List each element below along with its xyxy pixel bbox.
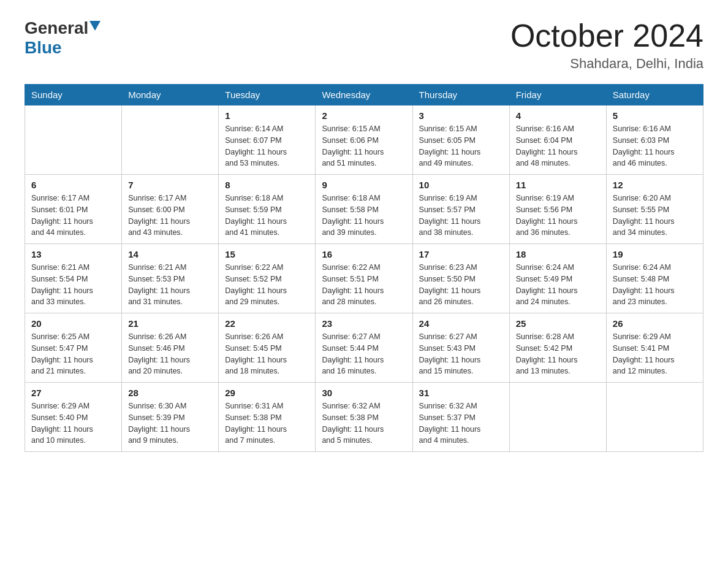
day-number: 16 xyxy=(322,249,406,259)
day-info: Sunrise: 6:24 AMSunset: 5:48 PMDaylight:… xyxy=(613,262,697,308)
calendar-day-header: Friday xyxy=(509,85,606,105)
calendar-cell: 31Sunrise: 6:32 AMSunset: 5:37 PMDayligh… xyxy=(412,383,509,452)
calendar-day-header: Monday xyxy=(122,85,219,105)
day-info: Sunrise: 6:29 AMSunset: 5:41 PMDaylight:… xyxy=(613,331,697,377)
calendar-cell: 5Sunrise: 6:16 AMSunset: 6:03 PMDaylight… xyxy=(606,105,703,175)
page-header: General Blue October 2024 Shahdara, Delh… xyxy=(25,18,703,72)
calendar-cell: 7Sunrise: 6:17 AMSunset: 6:00 PMDaylight… xyxy=(122,175,219,244)
calendar-table: SundayMondayTuesdayWednesdayThursdayFrid… xyxy=(25,84,703,452)
day-info: Sunrise: 6:17 AMSunset: 6:00 PMDaylight:… xyxy=(128,193,212,239)
day-number: 9 xyxy=(322,180,406,190)
logo-blue-text: Blue xyxy=(25,38,62,58)
day-info: Sunrise: 6:31 AMSunset: 5:38 PMDaylight:… xyxy=(225,400,309,446)
calendar-cell: 21Sunrise: 6:26 AMSunset: 5:46 PMDayligh… xyxy=(122,313,219,383)
calendar-week-row: 6Sunrise: 6:17 AMSunset: 6:01 PMDaylight… xyxy=(25,175,703,244)
calendar-cell: 3Sunrise: 6:15 AMSunset: 6:05 PMDaylight… xyxy=(412,105,509,175)
day-info: Sunrise: 6:22 AMSunset: 5:52 PMDaylight:… xyxy=(225,262,309,308)
day-number: 25 xyxy=(516,318,600,329)
logo-triangle-icon xyxy=(89,21,100,33)
calendar-week-row: 20Sunrise: 6:25 AMSunset: 5:47 PMDayligh… xyxy=(25,313,703,383)
day-number: 26 xyxy=(613,318,697,329)
location-subtitle: Shahdara, Delhi, India xyxy=(510,56,703,72)
day-number: 15 xyxy=(225,249,309,259)
day-info: Sunrise: 6:20 AMSunset: 5:55 PMDaylight:… xyxy=(613,193,697,239)
calendar-cell: 8Sunrise: 6:18 AMSunset: 5:59 PMDaylight… xyxy=(219,175,316,244)
calendar-cell: 19Sunrise: 6:24 AMSunset: 5:48 PMDayligh… xyxy=(606,244,703,313)
calendar-cell: 11Sunrise: 6:19 AMSunset: 5:56 PMDayligh… xyxy=(509,175,606,244)
day-number: 5 xyxy=(613,110,697,121)
day-info: Sunrise: 6:27 AMSunset: 5:44 PMDaylight:… xyxy=(322,331,406,377)
day-info: Sunrise: 6:27 AMSunset: 5:43 PMDaylight:… xyxy=(419,331,503,377)
calendar-week-row: 13Sunrise: 6:21 AMSunset: 5:54 PMDayligh… xyxy=(25,244,703,313)
calendar-week-row: 1Sunrise: 6:14 AMSunset: 6:07 PMDaylight… xyxy=(25,105,703,175)
day-number: 11 xyxy=(516,180,600,190)
day-number: 18 xyxy=(516,249,600,259)
day-info: Sunrise: 6:26 AMSunset: 5:46 PMDaylight:… xyxy=(128,331,212,377)
day-number: 4 xyxy=(516,110,600,121)
day-info: Sunrise: 6:25 AMSunset: 5:47 PMDaylight:… xyxy=(31,331,115,377)
calendar-day-header: Sunday xyxy=(25,85,122,105)
calendar-cell: 14Sunrise: 6:21 AMSunset: 5:53 PMDayligh… xyxy=(122,244,219,313)
day-number: 13 xyxy=(31,249,115,259)
day-info: Sunrise: 6:30 AMSunset: 5:39 PMDaylight:… xyxy=(128,400,212,446)
logo-general-text: General xyxy=(25,18,88,38)
day-info: Sunrise: 6:21 AMSunset: 5:53 PMDaylight:… xyxy=(128,262,212,308)
day-info: Sunrise: 6:32 AMSunset: 5:38 PMDaylight:… xyxy=(322,400,406,446)
day-info: Sunrise: 6:14 AMSunset: 6:07 PMDaylight:… xyxy=(225,123,309,169)
calendar-day-header: Saturday xyxy=(606,85,703,105)
day-number: 21 xyxy=(128,318,212,329)
calendar-cell: 20Sunrise: 6:25 AMSunset: 5:47 PMDayligh… xyxy=(25,313,122,383)
day-number: 30 xyxy=(322,388,406,398)
day-number: 31 xyxy=(419,388,503,398)
calendar-cell: 15Sunrise: 6:22 AMSunset: 5:52 PMDayligh… xyxy=(219,244,316,313)
day-info: Sunrise: 6:32 AMSunset: 5:37 PMDaylight:… xyxy=(419,400,503,446)
calendar-cell: 1Sunrise: 6:14 AMSunset: 6:07 PMDaylight… xyxy=(219,105,316,175)
day-number: 10 xyxy=(419,180,503,190)
day-number: 1 xyxy=(225,110,309,121)
day-number: 6 xyxy=(31,180,115,190)
calendar-cell: 9Sunrise: 6:18 AMSunset: 5:58 PMDaylight… xyxy=(316,175,412,244)
calendar-cell: 18Sunrise: 6:24 AMSunset: 5:49 PMDayligh… xyxy=(509,244,606,313)
day-number: 20 xyxy=(31,318,115,329)
day-info: Sunrise: 6:18 AMSunset: 5:58 PMDaylight:… xyxy=(322,193,406,239)
day-number: 27 xyxy=(31,388,115,398)
day-info: Sunrise: 6:23 AMSunset: 5:50 PMDaylight:… xyxy=(419,262,503,308)
calendar-cell: 24Sunrise: 6:27 AMSunset: 5:43 PMDayligh… xyxy=(412,313,509,383)
day-info: Sunrise: 6:21 AMSunset: 5:54 PMDaylight:… xyxy=(31,262,115,308)
calendar-cell: 2Sunrise: 6:15 AMSunset: 6:06 PMDaylight… xyxy=(316,105,412,175)
day-number: 3 xyxy=(419,110,503,121)
calendar-cell: 22Sunrise: 6:26 AMSunset: 5:45 PMDayligh… xyxy=(219,313,316,383)
day-number: 7 xyxy=(128,180,212,190)
day-number: 22 xyxy=(225,318,309,329)
calendar-cell: 10Sunrise: 6:19 AMSunset: 5:57 PMDayligh… xyxy=(412,175,509,244)
calendar-cell xyxy=(122,105,219,175)
day-number: 17 xyxy=(419,249,503,259)
day-number: 28 xyxy=(128,388,212,398)
day-info: Sunrise: 6:26 AMSunset: 5:45 PMDaylight:… xyxy=(225,331,309,377)
calendar-cell: 17Sunrise: 6:23 AMSunset: 5:50 PMDayligh… xyxy=(412,244,509,313)
month-title: October 2024 xyxy=(510,18,703,53)
calendar-cell: 23Sunrise: 6:27 AMSunset: 5:44 PMDayligh… xyxy=(316,313,412,383)
calendar-header-row: SundayMondayTuesdayWednesdayThursdayFrid… xyxy=(25,85,703,105)
calendar-cell: 12Sunrise: 6:20 AMSunset: 5:55 PMDayligh… xyxy=(606,175,703,244)
day-number: 24 xyxy=(419,318,503,329)
day-info: Sunrise: 6:16 AMSunset: 6:03 PMDaylight:… xyxy=(613,123,697,169)
calendar-cell: 6Sunrise: 6:17 AMSunset: 6:01 PMDaylight… xyxy=(25,175,122,244)
day-number: 19 xyxy=(613,249,697,259)
day-info: Sunrise: 6:29 AMSunset: 5:40 PMDaylight:… xyxy=(31,400,115,446)
day-info: Sunrise: 6:28 AMSunset: 5:42 PMDaylight:… xyxy=(516,331,600,377)
day-info: Sunrise: 6:19 AMSunset: 5:56 PMDaylight:… xyxy=(516,193,600,239)
logo: General Blue xyxy=(25,18,100,58)
day-info: Sunrise: 6:15 AMSunset: 6:05 PMDaylight:… xyxy=(419,123,503,169)
day-number: 12 xyxy=(613,180,697,190)
calendar-cell: 4Sunrise: 6:16 AMSunset: 6:04 PMDaylight… xyxy=(509,105,606,175)
calendar-week-row: 27Sunrise: 6:29 AMSunset: 5:40 PMDayligh… xyxy=(25,383,703,452)
day-number: 14 xyxy=(128,249,212,259)
calendar-cell: 25Sunrise: 6:28 AMSunset: 5:42 PMDayligh… xyxy=(509,313,606,383)
day-info: Sunrise: 6:18 AMSunset: 5:59 PMDaylight:… xyxy=(225,193,309,239)
day-info: Sunrise: 6:16 AMSunset: 6:04 PMDaylight:… xyxy=(516,123,600,169)
title-area: October 2024 Shahdara, Delhi, India xyxy=(510,18,703,72)
calendar-cell: 28Sunrise: 6:30 AMSunset: 5:39 PMDayligh… xyxy=(122,383,219,452)
calendar-cell: 27Sunrise: 6:29 AMSunset: 5:40 PMDayligh… xyxy=(25,383,122,452)
calendar-cell: 26Sunrise: 6:29 AMSunset: 5:41 PMDayligh… xyxy=(606,313,703,383)
